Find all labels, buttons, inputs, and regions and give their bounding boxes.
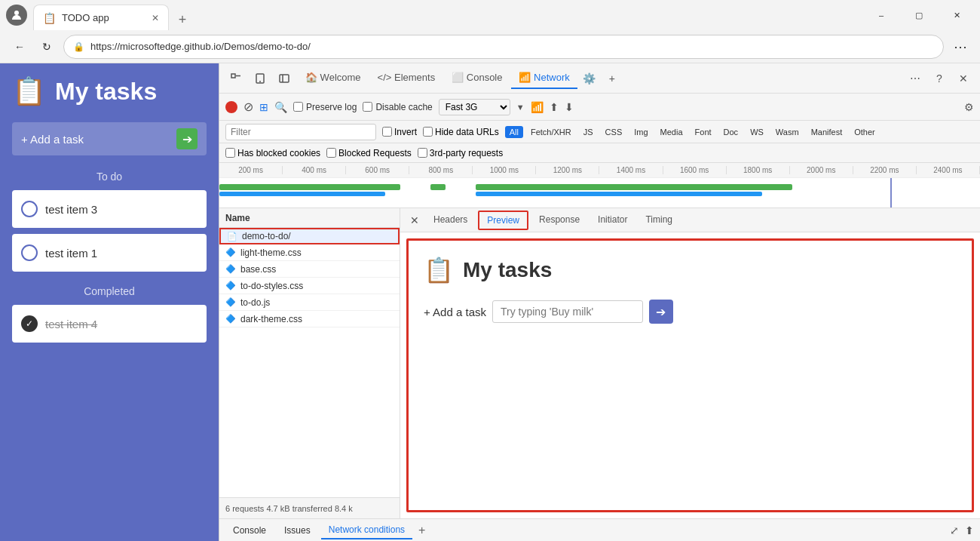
filter-css[interactable]: CSS bbox=[601, 126, 627, 138]
network-item-todo-js[interactable]: 🔷 to-do.js bbox=[219, 294, 400, 311]
preserve-log-checkbox[interactable]: Preserve log bbox=[293, 102, 357, 112]
close-devtools-button[interactable]: ✕ bbox=[953, 68, 974, 89]
device-toolbar-button[interactable] bbox=[250, 68, 271, 89]
performance-icon[interactable]: ⚙️ bbox=[579, 68, 600, 89]
file-icon-js: 🔷 bbox=[225, 297, 236, 307]
timeline-bar-5 bbox=[476, 192, 762, 196]
close-button[interactable]: ✕ bbox=[939, 3, 974, 27]
clear-button[interactable]: ⊘ bbox=[243, 100, 253, 114]
filter-input[interactable] bbox=[225, 124, 376, 140]
help-button[interactable]: ? bbox=[929, 68, 950, 89]
task-item-test4[interactable]: ✓ test item 4 bbox=[12, 305, 207, 343]
file-icon-styles: 🔷 bbox=[225, 281, 236, 290]
filter-wasm[interactable]: Wasm bbox=[771, 126, 804, 138]
timeline-ruler: 200 ms 400 ms 600 ms 800 ms 1000 ms 1200… bbox=[219, 163, 980, 178]
tick-2200: 2200 ms bbox=[853, 166, 917, 174]
code-icon: </> bbox=[378, 72, 392, 83]
dock-button[interactable]: ⤢ bbox=[950, 524, 959, 536]
filter-manifest[interactable]: Manifest bbox=[807, 126, 847, 138]
add-task-row[interactable]: + Add a task ➔ bbox=[12, 122, 207, 155]
tick-2400: 2400 ms bbox=[917, 166, 980, 174]
tab-network[interactable]: 📶 Network bbox=[511, 67, 577, 89]
detail-tab-headers[interactable]: Headers bbox=[426, 211, 475, 229]
detail-tab-response[interactable]: Response bbox=[531, 211, 587, 229]
more-tools-button[interactable]: + bbox=[602, 68, 623, 89]
filter-doc[interactable]: Doc bbox=[719, 126, 743, 138]
tab-welcome[interactable]: 🏠 Welcome bbox=[298, 67, 369, 89]
preview-add-row: + Add a task ➔ bbox=[424, 300, 957, 324]
bottom-tab-issues[interactable]: Issues bbox=[277, 522, 318, 539]
network-item-demo-to-do[interactable]: 📄 demo-to-do/ bbox=[219, 228, 400, 244]
file-name-js: to-do.js bbox=[240, 297, 394, 308]
filter-js[interactable]: JS bbox=[579, 126, 598, 138]
svg-rect-5 bbox=[280, 75, 289, 82]
detail-tab-initiator[interactable]: Initiator bbox=[590, 211, 635, 229]
record-button[interactable] bbox=[225, 101, 237, 113]
blocked-requests-checkbox[interactable]: Blocked Requests bbox=[326, 148, 412, 158]
new-tab-button[interactable]: + bbox=[172, 9, 193, 30]
refresh-button[interactable]: ↻ bbox=[36, 36, 57, 57]
undock-button[interactable]: ⬆ bbox=[965, 524, 974, 536]
detail-close-button[interactable]: ✕ bbox=[406, 212, 423, 229]
inspect-element-button[interactable] bbox=[225, 68, 247, 89]
filter-media[interactable]: Media bbox=[656, 126, 688, 138]
filter-fetch-xhr[interactable]: Fetch/XHR bbox=[526, 126, 576, 138]
tab-console[interactable]: ⬜ Console bbox=[444, 67, 510, 89]
hide-data-urls-checkbox[interactable]: Hide data URLs bbox=[423, 127, 499, 137]
detail-tab-timing[interactable]: Timing bbox=[638, 211, 680, 229]
more-button[interactable]: ⋯ bbox=[950, 36, 971, 57]
devtools-more-button[interactable]: ⋯ bbox=[905, 68, 926, 89]
network-item-dark-theme[interactable]: 🔷 dark-theme.css bbox=[219, 311, 400, 327]
home-icon: 🏠 bbox=[305, 72, 317, 83]
sidebar-button[interactable] bbox=[274, 68, 295, 89]
profile-icon[interactable] bbox=[6, 5, 27, 26]
network-item-light-theme[interactable]: 🔷 light-theme.css bbox=[219, 244, 400, 261]
network-item-base-css[interactable]: 🔷 base.css bbox=[219, 261, 400, 278]
preview-task-input[interactable] bbox=[492, 300, 643, 323]
task-item-test1[interactable]: test item 1 bbox=[12, 234, 207, 272]
filter-all[interactable]: All bbox=[505, 126, 523, 138]
svg-rect-1 bbox=[231, 74, 235, 78]
signal-icon: 📶 bbox=[531, 101, 544, 113]
file-icon-dark: 🔷 bbox=[225, 314, 236, 324]
blocked-cookies-checkbox[interactable]: Has blocked cookies bbox=[225, 148, 320, 158]
network-settings-button[interactable]: ⚙ bbox=[964, 101, 974, 113]
browser-tab-active[interactable]: 📋 TODO app ✕ bbox=[33, 5, 169, 30]
url-bar[interactable]: 🔒 https://microsoftedge.github.io/Demos/… bbox=[63, 35, 944, 59]
detail-tab-preview[interactable]: Preview bbox=[478, 211, 528, 230]
bottom-tab-console[interactable]: Console bbox=[225, 522, 274, 539]
throttle-selector[interactable]: Fast 3G Slow 3G No throttling bbox=[439, 99, 510, 115]
filter-other[interactable]: Other bbox=[850, 126, 880, 138]
task-checkbox-test4[interactable]: ✓ bbox=[21, 315, 38, 332]
add-task-arrow-button[interactable]: ➔ bbox=[176, 128, 198, 149]
task-checkbox-test1[interactable] bbox=[21, 244, 38, 261]
tick-1400: 1400 ms bbox=[599, 166, 663, 174]
preview-add-button[interactable]: ➔ bbox=[649, 300, 673, 324]
filter-img[interactable]: Img bbox=[629, 126, 652, 138]
devtools-tabs: 🏠 Welcome </> Elements ⬜ Console 📶 Netwo… bbox=[298, 67, 902, 89]
search-button[interactable]: 🔍 bbox=[274, 101, 287, 113]
minimize-button[interactable]: – bbox=[864, 3, 899, 27]
third-party-checkbox[interactable]: 3rd-party requests bbox=[418, 148, 503, 158]
task-text-test3: test item 3 bbox=[45, 203, 97, 216]
filter-ws[interactable]: WS bbox=[746, 126, 768, 138]
add-bottom-tab-button[interactable]: + bbox=[418, 524, 425, 537]
network-item-todo-styles[interactable]: 🔷 to-do-styles.css bbox=[219, 278, 400, 294]
back-button[interactable]: ← bbox=[9, 36, 30, 57]
task-checkbox-test3[interactable] bbox=[21, 201, 38, 217]
invert-checkbox[interactable]: Invert bbox=[382, 127, 417, 137]
url-text: https://microsoftedge.github.io/Demos/de… bbox=[90, 41, 934, 52]
maximize-button[interactable]: ▢ bbox=[902, 3, 936, 27]
throttle-down-arrow[interactable]: ▼ bbox=[516, 103, 525, 112]
disable-cache-checkbox[interactable]: Disable cache bbox=[363, 102, 432, 112]
task-text-test4: test item 4 bbox=[45, 318, 97, 330]
filter-network-button[interactable]: ⊞ bbox=[259, 101, 268, 113]
tab-elements[interactable]: </> Elements bbox=[370, 67, 443, 89]
task-item-test3[interactable]: test item 3 bbox=[12, 190, 207, 228]
tab-close-button[interactable]: ✕ bbox=[152, 13, 159, 23]
filter-font[interactable]: Font bbox=[691, 126, 716, 138]
file-name-light: light-theme.css bbox=[240, 247, 394, 258]
todo-section-label: To do bbox=[12, 171, 207, 183]
bottom-tab-network-conditions[interactable]: Network conditions bbox=[321, 521, 412, 539]
tick-200: 200 ms bbox=[219, 166, 283, 174]
